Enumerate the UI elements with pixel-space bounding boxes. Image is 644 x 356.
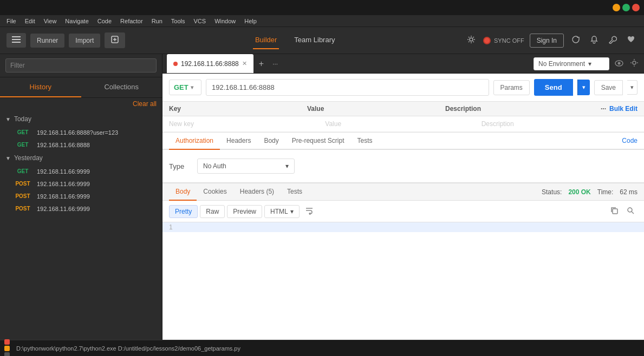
tab-close-button[interactable]: ✕	[242, 60, 247, 67]
new-value-input[interactable]	[325, 118, 481, 129]
copy-button[interactable]	[607, 205, 621, 218]
sidebar-tab-history[interactable]: History	[0, 77, 81, 97]
send-dropdown-button[interactable]: ▾	[577, 80, 590, 95]
toolbar-center: Builder Team Library	[129, 31, 460, 49]
bottom-icon-3[interactable]	[4, 352, 10, 357]
yesterday-group-header[interactable]: ▼ Yesterday	[0, 151, 162, 165]
menu-edit[interactable]: Edit	[21, 17, 40, 25]
sign-in-button[interactable]: Sign In	[530, 34, 564, 48]
refresh-icon-button[interactable]	[569, 33, 582, 48]
menu-navigate[interactable]: Navigate	[61, 17, 93, 25]
subtab-headers[interactable]: Headers	[220, 133, 257, 150]
subtab-body[interactable]: Body	[257, 133, 285, 150]
list-item[interactable]: GET 192.168.11.66:9999	[0, 165, 162, 177]
minimize-button[interactable]	[613, 4, 620, 11]
save-dropdown-button[interactable]: ▾	[627, 80, 638, 95]
menu-run[interactable]: Run	[147, 17, 167, 25]
add-tab-button[interactable]: +	[256, 59, 267, 69]
search-button[interactable]	[623, 205, 638, 218]
menu-help[interactable]: Help	[240, 17, 261, 25]
new-tab-button[interactable]	[105, 32, 125, 48]
svg-point-6	[470, 38, 473, 41]
raw-button[interactable]: Raw	[200, 205, 225, 218]
tab-builder[interactable]: Builder	[253, 31, 279, 49]
wrench-button[interactable]	[606, 33, 619, 48]
subtab-tests[interactable]: Tests	[350, 133, 379, 150]
menu-code[interactable]: Code	[93, 17, 116, 25]
bottom-icon-1[interactable]	[4, 339, 10, 345]
auth-type-selector[interactable]: No Auth ▾	[197, 159, 295, 174]
response-actions	[607, 205, 638, 218]
request-subtabs: Authorization Headers Body Pre-request S…	[162, 133, 644, 150]
list-item[interactable]: GET 192.168.11.66:8888	[0, 139, 162, 151]
runner-button[interactable]: Runner	[30, 34, 64, 48]
menu-window[interactable]: Window	[210, 17, 240, 25]
more-tabs-button[interactable]: ···	[269, 60, 281, 68]
menu-file[interactable]: File	[2, 17, 21, 25]
params-new-row	[162, 116, 644, 132]
preview-button[interactable]: Preview	[227, 205, 262, 218]
send-button[interactable]: Send	[534, 79, 573, 96]
filter-input[interactable]	[5, 58, 157, 72]
url-input[interactable]	[206, 79, 489, 96]
params-button[interactable]: Params	[493, 80, 530, 95]
history-url: 192.168.11.66:9999	[37, 168, 90, 175]
bell-button[interactable]	[588, 33, 601, 48]
menu-tools[interactable]: Tools	[167, 17, 190, 25]
response-tab-tests[interactable]: Tests	[281, 183, 309, 201]
env-settings-button[interactable]	[629, 57, 640, 70]
heart-button[interactable]	[625, 33, 638, 48]
response-tabs-bar: Body Cookies Headers (5) Tests Status: 2…	[162, 183, 644, 201]
history-group-today: ▼ Today GET 192.168.11.66:8888?user=123 …	[0, 112, 162, 151]
list-item[interactable]: POST 192.168.11.66:9999	[0, 177, 162, 190]
response-tab-body[interactable]: Body	[169, 183, 197, 201]
method-selector[interactable]: GET ▾	[169, 80, 201, 95]
new-key-input[interactable]	[169, 118, 325, 129]
whole-right: 192.168.11.66:8888 ✕ + ··· No Environmen…	[162, 54, 644, 340]
settings-button[interactable]	[465, 33, 478, 48]
sidebar-tab-collections[interactable]: Collections	[81, 77, 162, 97]
svg-line-12	[632, 212, 634, 214]
env-eye-button[interactable]	[614, 58, 625, 69]
wrap-button[interactable]	[302, 204, 317, 219]
wrench-icon	[608, 35, 617, 44]
tab-team-library[interactable]: Team Library	[292, 31, 337, 49]
subtab-authorization[interactable]: Authorization	[169, 133, 220, 150]
save-button[interactable]: Save	[594, 80, 623, 95]
response-tab-headers[interactable]: Headers (5)	[233, 183, 281, 201]
code-link[interactable]: Code	[622, 133, 638, 149]
more-options-icon[interactable]: ···	[601, 105, 606, 113]
bottom-path: D:\pythonwork\python2.7\python2.exe D:/u…	[16, 345, 640, 352]
toolbar: Runner Import Builder Team Library SYNC …	[0, 27, 644, 54]
env-selector[interactable]: No Environment ▾	[534, 57, 609, 70]
menu-view[interactable]: View	[40, 17, 61, 25]
sidebar-content: ▼ Today GET 192.168.11.66:8888?user=123 …	[0, 110, 162, 340]
wrap-icon	[305, 206, 314, 215]
menu-refactor[interactable]: Refactor	[116, 17, 147, 25]
response-toolbar: Pretty Raw Preview HTML ▾	[162, 201, 644, 222]
list-item[interactable]: POST 192.168.11.66:9999	[0, 190, 162, 202]
subtab-pre-request-script[interactable]: Pre-request Script	[285, 133, 351, 150]
response-tab-cookies[interactable]: Cookies	[197, 183, 233, 201]
svg-rect-1	[12, 39, 21, 40]
method-get-badge: GET	[13, 129, 32, 136]
list-item[interactable]: POST 192.168.11.66:9999	[0, 202, 162, 215]
response-status-area: Status: 200 OK Time: 62 ms	[542, 188, 638, 196]
env-chevron-icon: ▾	[588, 60, 591, 68]
clear-all-button[interactable]: Clear all	[0, 98, 162, 110]
bulk-edit-button[interactable]: Bulk Edit	[609, 105, 638, 113]
request-tab-active[interactable]: 192.168.11.66:8888 ✕	[167, 54, 253, 73]
menu-vcs[interactable]: VCS	[190, 17, 211, 25]
pretty-button[interactable]: Pretty	[169, 205, 198, 218]
col-description-header: Description	[445, 105, 583, 113]
sidebar-toggle-button[interactable]	[6, 33, 26, 48]
format-selector[interactable]: HTML ▾	[264, 205, 300, 218]
close-button[interactable]	[632, 4, 640, 11]
today-group-header[interactable]: ▼ Today	[0, 112, 162, 126]
bottom-icon-2[interactable]	[4, 346, 10, 351]
sidebar: History Collections Clear all ▼ Today GE…	[0, 54, 162, 340]
new-description-input[interactable]	[482, 118, 638, 129]
import-button[interactable]: Import	[69, 34, 100, 48]
maximize-button[interactable]	[622, 4, 630, 11]
list-item[interactable]: GET 192.168.11.66:8888?user=123	[0, 126, 162, 139]
